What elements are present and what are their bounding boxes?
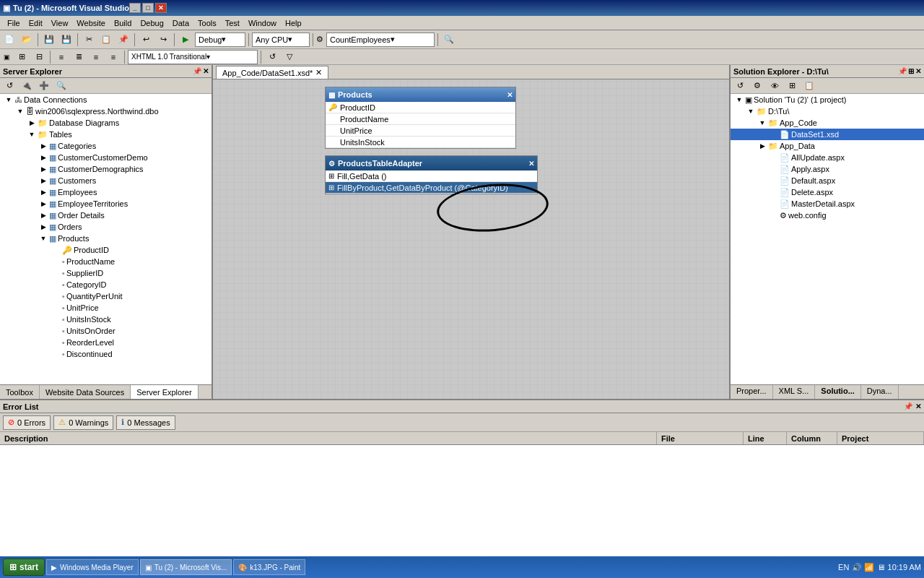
se-tab-dynamic[interactable]: Dyna... xyxy=(861,385,899,399)
se-tab-solution[interactable]: Solutio... xyxy=(815,385,860,399)
errors-filter-btn[interactable]: ⊘ 0 Errors xyxy=(3,415,51,430)
menu-data[interactable]: Data xyxy=(168,17,193,29)
tree-item-qpu[interactable]: ▪ QuantityPerUnit xyxy=(0,290,212,302)
platform-dropdown[interactable]: Any CPU▾ xyxy=(252,33,310,47)
maximize-button[interactable]: □ xyxy=(142,3,154,13)
se-file-webconfig[interactable]: ⚙ web.config xyxy=(731,210,924,221)
se-prop-btn[interactable]: ⚙ xyxy=(749,79,765,93)
tree-item-supplierid[interactable]: ▪ SupplierID xyxy=(0,267,212,279)
menu-debug[interactable]: Debug xyxy=(136,17,167,29)
table-maximize-btn[interactable]: ✕ xyxy=(507,91,513,99)
taskbar-paint[interactable]: 🎨 k13.JPG - Paint xyxy=(233,559,305,575)
tab-website-data-sources[interactable]: Website Data Sources xyxy=(40,385,131,399)
se-tree-appdata[interactable]: ▶ 📁 App_Data xyxy=(731,140,924,152)
se-expand-appdata[interactable]: ▶ xyxy=(757,142,768,150)
menu-help[interactable]: Help xyxy=(281,17,306,29)
taskbar-vs[interactable]: ▣ Tu (2) - Microsoft Vis... xyxy=(140,559,232,575)
expand-et[interactable]: ▶ xyxy=(38,200,49,207)
expand-db[interactable]: ▼ xyxy=(14,108,26,115)
warnings-filter-btn[interactable]: ⚠ 0 Warnings xyxy=(53,415,113,430)
tree-item-unitprice[interactable]: ▪ UnitPrice xyxy=(0,302,212,314)
startup-dropdown[interactable]: CountEmployees▾ xyxy=(326,33,435,47)
menu-tools[interactable]: Tools xyxy=(193,17,221,29)
se-connect-btn[interactable]: 🔌 xyxy=(19,79,35,93)
expand-cd[interactable]: ▶ xyxy=(38,165,49,173)
copy-btn[interactable]: 📋 xyxy=(98,33,114,47)
tb2-btn8[interactable]: ▽ xyxy=(282,50,297,64)
html-btn[interactable]: ▣ xyxy=(1,50,12,64)
method-fill-getdata[interactable]: ⊞ Fill,GetData () xyxy=(326,171,537,182)
tree-item-data-connections[interactable]: ▼ 🖧 Data Connections xyxy=(0,94,212,105)
se-expand-btn[interactable]: ⊞ xyxy=(908,67,914,75)
se-tree-solution[interactable]: ▼ ▣ Solution 'Tu (2)' (1 project) xyxy=(731,94,924,105)
se-file-allupdate[interactable]: 📄 AllUpdate.aspx xyxy=(731,152,924,163)
tree-item-unitsinstock[interactable]: ▪ UnitsInStock xyxy=(0,314,212,325)
se-tree-root[interactable]: ▼ 📁 D:\Tu\ xyxy=(731,105,924,117)
se-expand-appcode[interactable]: ▼ xyxy=(757,119,768,126)
tab-close-icon[interactable]: ✕ xyxy=(315,68,322,77)
tree-item-od[interactable]: ▶ ▦ Order Details xyxy=(0,210,212,221)
tab-server-explorer[interactable]: Server Explorer xyxy=(131,385,198,399)
dataset-tab[interactable]: App_Code/DataSet1.xsd* ✕ xyxy=(216,66,328,79)
tree-item-products[interactable]: ▼ ▦ Products xyxy=(0,233,212,244)
se-tree-dataset[interactable]: 📄 DataSet1.xsd xyxy=(731,129,924,140)
solution-tree[interactable]: ▼ ▣ Solution 'Tu (2)' (1 project) ▼ 📁 D:… xyxy=(731,94,924,384)
expand-categories[interactable]: ▶ xyxy=(38,142,49,150)
se-file-delete[interactable]: 📄 Delete.aspx xyxy=(731,186,924,198)
tree-item-cd[interactable]: ▶ ▦ CustomerDemographics xyxy=(0,163,212,175)
panel-close-btn[interactable]: ✕ xyxy=(203,67,209,75)
adapter-close-btn[interactable]: ✕ xyxy=(528,160,534,168)
se-refresh-btn2[interactable]: ↺ xyxy=(732,79,748,93)
products-table-widget[interactable]: ▦ Products ✕ 🔑 ProductID ProductName xyxy=(325,87,516,149)
undo-btn[interactable]: ↩ xyxy=(138,33,154,47)
find-btn[interactable]: 🔍 xyxy=(441,33,457,47)
error-close-btn[interactable]: ✕ xyxy=(915,402,921,410)
tb2-btn4[interactable]: ≡ xyxy=(53,50,69,64)
tree-item-db[interactable]: ▼ 🗄 win2006\sqlexpress.Northwind.dbo xyxy=(0,105,212,117)
se-close-btn[interactable]: ✕ xyxy=(915,67,921,75)
expand-tables[interactable]: ▼ xyxy=(26,131,38,138)
tree-item-diagrams[interactable]: ▶ 📁 Database Diagrams xyxy=(0,117,212,129)
se-tab-xml[interactable]: XML S... xyxy=(773,385,816,399)
tree-item-ccd[interactable]: ▶ ▦ CustomerCustomerDemo xyxy=(0,152,212,163)
se-tab-properties[interactable]: Proper... xyxy=(731,385,773,399)
expand-customers[interactable]: ▶ xyxy=(38,177,49,184)
se-pin-btn[interactable]: 📌 xyxy=(898,67,907,75)
start-button[interactable]: ⊞ start xyxy=(3,558,45,576)
tree-item-orders[interactable]: ▶ ▦ Orders xyxy=(0,221,212,233)
menu-edit[interactable]: Edit xyxy=(25,17,47,29)
menu-website[interactable]: Website xyxy=(72,17,110,29)
tree-item-customers[interactable]: ▶ ▦ Customers xyxy=(0,175,212,186)
expand-products[interactable]: ▼ xyxy=(38,235,49,242)
server-explorer-tree[interactable]: ▼ 🖧 Data Connections ▼ 🗄 win2006\sqlexpr… xyxy=(0,94,212,384)
new-file-btn[interactable]: 📄 xyxy=(1,33,17,47)
menu-test[interactable]: Test xyxy=(221,17,244,29)
redo-btn[interactable]: ↪ xyxy=(155,33,171,47)
tree-item-employees[interactable]: ▶ ▦ Employees xyxy=(0,186,212,198)
menu-window[interactable]: Window xyxy=(244,17,281,29)
cut-btn[interactable]: ✂ xyxy=(81,33,97,47)
editor-canvas[interactable]: ▦ Products ✕ 🔑 ProductID ProductName xyxy=(213,79,729,399)
menu-file[interactable]: File xyxy=(3,17,25,29)
config-dropdown[interactable]: Debug▾ xyxy=(195,33,245,47)
tb2-btn7[interactable]: ≡ xyxy=(105,50,121,64)
expand-ccd[interactable]: ▶ xyxy=(38,154,49,161)
expand-diagrams[interactable]: ▶ xyxy=(26,119,38,126)
dataset-surface[interactable]: ▦ Products ✕ 🔑 ProductID ProductName xyxy=(213,79,729,399)
se-add-btn[interactable]: ➕ xyxy=(36,79,52,93)
se-refresh-btn[interactable]: ↺ xyxy=(1,79,17,93)
tb2-btn3[interactable]: ⊟ xyxy=(31,50,47,64)
doctype-dropdown[interactable]: XHTML 1.0 Transitional▾ xyxy=(128,50,258,64)
tree-item-reorderlevel[interactable]: ▪ ReorderLevel xyxy=(0,337,212,348)
taskbar-mediaplayer[interactable]: ▶ Windows Media Player xyxy=(46,559,139,575)
expand-orders[interactable]: ▶ xyxy=(38,223,49,230)
tree-item-productname[interactable]: ▪ ProductName xyxy=(0,256,212,267)
minimize-button[interactable]: _ xyxy=(129,3,141,13)
pin-btn[interactable]: 📌 xyxy=(193,67,201,75)
products-adapter-widget[interactable]: ⚙ ProductsTableAdapter ✕ ⊞ Fill,GetData … xyxy=(325,155,538,194)
se-filter-btn[interactable]: 🔍 xyxy=(53,79,69,93)
menu-view[interactable]: View xyxy=(47,17,73,29)
menu-build[interactable]: Build xyxy=(110,17,136,29)
tree-item-unitsonorder[interactable]: ▪ UnitsOnOrder xyxy=(0,325,212,337)
tree-item-productid[interactable]: 🔑 ProductID xyxy=(0,244,212,256)
